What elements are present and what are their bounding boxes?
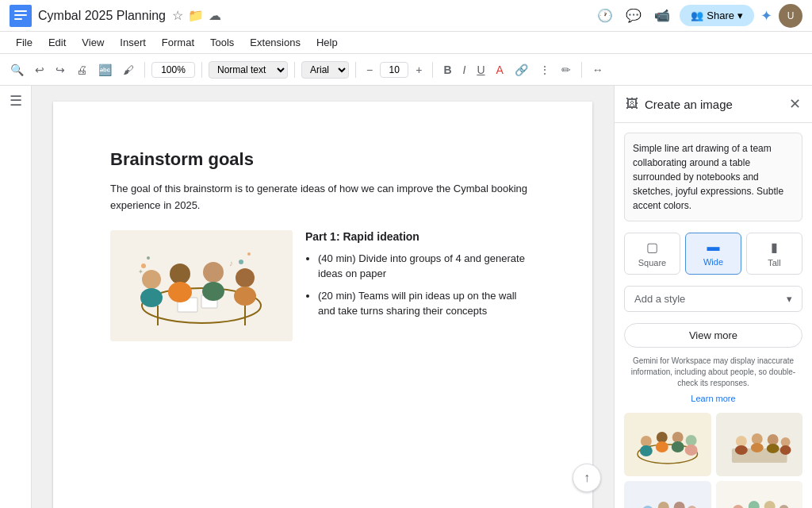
svg-point-27: [640, 445, 653, 456]
italic-button[interactable]: I: [459, 60, 470, 79]
shape-tall-label: Tall: [768, 258, 781, 267]
svg-rect-4: [110, 230, 293, 341]
more-options-icon[interactable]: ⋮: [535, 60, 554, 79]
learn-more-link[interactable]: Learn more: [624, 394, 802, 403]
menu-extensions[interactable]: Extensions: [243, 35, 307, 50]
avatar: U: [779, 4, 802, 28]
create-image-panel: 🖼 Create an image ✕ Simple line art draw…: [614, 86, 812, 508]
paint-format-icon[interactable]: 🖌: [119, 60, 138, 79]
video-icon[interactable]: 📹: [651, 5, 673, 26]
bold-button[interactable]: B: [439, 60, 455, 79]
shape-wide-button[interactable]: ▬ Wide: [685, 233, 741, 275]
folder-icon[interactable]: 📁: [188, 8, 204, 23]
svg-point-28: [657, 432, 668, 443]
doc-title: Cymbal 2025 Planning: [38, 9, 166, 23]
shape-options: ▢ Square ▬ Wide ▮ Tall: [624, 233, 802, 275]
disclaimer-text: Gemini for Workspace may display inaccur…: [624, 356, 802, 389]
scroll-to-top-button[interactable]: ↑: [573, 464, 601, 492]
thumbnail-1[interactable]: [624, 413, 711, 476]
svg-rect-2: [14, 14, 27, 16]
share-icon: 👥: [691, 10, 703, 21]
menu-bar: File Edit View Insert Format Tools Exten…: [0, 32, 812, 54]
divider-4: [355, 62, 356, 78]
shape-square-button[interactable]: ▢ Square: [624, 233, 680, 275]
format-bar: 🔍 ↩ ↪ 🖨 🔤 🖌 Normal text Heading 1 Headin…: [0, 54, 812, 86]
bullet-item-1: (40 min) Divide into groups of 4 and gen…: [318, 251, 535, 282]
panel-body: Simple line art drawing of a team collab…: [615, 123, 812, 508]
paragraph-style-select[interactable]: Normal text Heading 1 Heading 2: [209, 61, 288, 79]
svg-text:✦: ✦: [138, 268, 144, 275]
bullet-list: (40 min) Divide into groups of 4 and gen…: [305, 251, 535, 319]
comment-icon[interactable]: 💬: [622, 5, 645, 26]
svg-point-17: [234, 287, 256, 306]
share-label: Share: [707, 10, 734, 21]
print-icon[interactable]: 🖨: [72, 60, 91, 79]
style-dropdown[interactable]: Add a style ▾: [624, 286, 802, 312]
square-shape-icon: ▢: [646, 240, 658, 255]
spellcheck-icon[interactable]: 🔤: [94, 60, 116, 79]
menu-insert[interactable]: Insert: [113, 35, 152, 50]
divider-6: [581, 62, 582, 78]
doc-intro: The goal of this brainstorm is to genera…: [110, 181, 535, 214]
font-size-input[interactable]: [380, 62, 408, 78]
thumbnail-4[interactable]: [716, 481, 803, 508]
menu-view[interactable]: View: [75, 35, 110, 50]
divider-2: [201, 62, 202, 78]
svg-point-41: [766, 444, 779, 453]
svg-point-15: [202, 282, 224, 301]
svg-rect-54: [716, 481, 803, 508]
menu-format[interactable]: Format: [155, 35, 201, 50]
main-layout: ☰ Brainstorm goals The goal of this brai…: [0, 86, 812, 508]
gemini-icon[interactable]: ✦: [760, 7, 772, 25]
redo-icon[interactable]: ↪: [52, 60, 69, 79]
font-family-select[interactable]: Arial Times New Roman: [301, 61, 349, 79]
title-icons: ☆ 📁 ☁: [172, 8, 221, 23]
panel-title: Create an image: [645, 98, 733, 111]
style-dropdown-label: Add a style: [634, 293, 685, 305]
doc-icon: [10, 5, 32, 27]
svg-point-21: [247, 252, 251, 256]
left-sidebar: ☰: [0, 86, 32, 508]
cloud-icon[interactable]: ☁: [209, 8, 221, 23]
svg-point-14: [203, 262, 224, 283]
thumbnail-3[interactable]: [624, 481, 711, 508]
wide-shape-icon: ▬: [707, 240, 720, 254]
outline-icon[interactable]: ☰: [10, 92, 22, 110]
doc-heading: Brainstorm goals: [110, 149, 535, 170]
view-more-button[interactable]: View more: [624, 323, 802, 348]
font-decrease-icon[interactable]: −: [362, 60, 377, 79]
divider-1: [144, 62, 145, 78]
shape-tall-button[interactable]: ▮ Tall: [746, 233, 802, 275]
menu-tools[interactable]: Tools: [204, 35, 240, 50]
svg-point-20: [239, 260, 243, 264]
star-icon[interactable]: ☆: [172, 8, 183, 23]
thumbnail-2[interactable]: [716, 413, 803, 476]
divider-3: [294, 62, 295, 78]
svg-text:♪: ♪: [229, 259, 233, 267]
svg-point-39: [750, 443, 763, 452]
text-color-icon[interactable]: A: [492, 60, 508, 79]
shape-square-label: Square: [638, 258, 666, 267]
menu-help[interactable]: Help: [310, 35, 344, 50]
link-icon[interactable]: 🔗: [511, 60, 532, 79]
svg-point-11: [140, 288, 163, 307]
share-button[interactable]: 👥 Share ▾: [680, 5, 754, 26]
pen-icon[interactable]: ✏: [557, 60, 575, 79]
search-toolbar-icon[interactable]: 🔍: [6, 60, 28, 79]
zoom-input[interactable]: [151, 62, 195, 78]
expand-icon[interactable]: ↔: [588, 60, 607, 79]
underline-button[interactable]: U: [473, 60, 488, 79]
undo-icon[interactable]: ↩: [31, 60, 48, 79]
svg-point-30: [672, 432, 684, 443]
panel-header: 🖼 Create an image ✕: [615, 86, 812, 123]
font-increase-icon[interactable]: +: [412, 60, 426, 79]
svg-point-37: [734, 445, 747, 455]
history-icon[interactable]: 🕐: [594, 5, 616, 26]
svg-point-13: [168, 282, 192, 302]
menu-file[interactable]: File: [10, 35, 39, 50]
svg-point-31: [672, 441, 684, 452]
panel-header-left: 🖼 Create an image: [626, 97, 733, 111]
menu-edit[interactable]: Edit: [42, 35, 72, 50]
panel-close-button[interactable]: ✕: [789, 95, 801, 113]
svg-point-12: [170, 264, 190, 284]
